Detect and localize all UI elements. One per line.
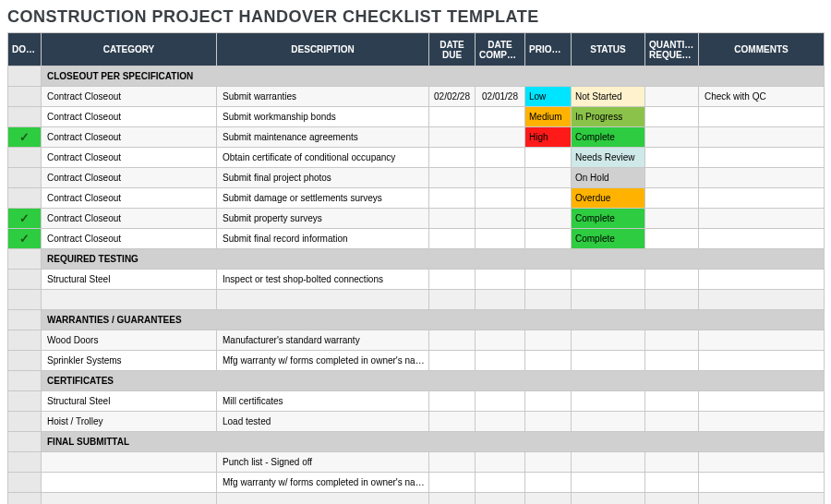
priority-cell[interactable]: High xyxy=(525,127,572,148)
date-completed-cell[interactable] xyxy=(476,188,525,209)
empty-cell[interactable] xyxy=(699,493,825,505)
empty-cell[interactable] xyxy=(42,290,217,310)
done-checkbox[interactable] xyxy=(8,452,42,473)
qty-cell[interactable] xyxy=(645,270,699,290)
date-due-cell[interactable] xyxy=(429,391,476,412)
done-checkbox[interactable]: ✓ xyxy=(8,127,42,148)
comments-cell[interactable] xyxy=(699,452,825,473)
done-checkbox[interactable] xyxy=(8,168,42,188)
category-cell[interactable] xyxy=(42,452,217,473)
empty-cell[interactable] xyxy=(42,493,217,505)
priority-cell[interactable] xyxy=(525,412,572,432)
date-completed-cell[interactable] xyxy=(476,127,525,148)
status-cell[interactable]: Overdue xyxy=(572,188,645,209)
comments-cell[interactable] xyxy=(699,107,825,127)
description-cell[interactable]: Mill certificates xyxy=(217,391,429,412)
status-cell[interactable]: Complete xyxy=(572,229,645,249)
done-cell[interactable] xyxy=(8,432,42,452)
done-cell[interactable] xyxy=(8,66,42,87)
done-checkbox[interactable] xyxy=(8,87,42,107)
qty-cell[interactable] xyxy=(645,148,699,168)
description-cell[interactable]: Submit property surveys xyxy=(217,209,429,229)
date-due-cell[interactable] xyxy=(429,351,476,371)
priority-cell[interactable] xyxy=(525,351,572,371)
priority-cell[interactable] xyxy=(525,473,572,493)
priority-cell[interactable] xyxy=(525,270,572,290)
description-cell[interactable]: Punch list - Signed off xyxy=(217,452,429,473)
date-completed-cell[interactable] xyxy=(476,391,525,412)
category-cell[interactable]: Contract Closeout xyxy=(42,127,217,148)
done-checkbox[interactable] xyxy=(8,473,42,493)
qty-cell[interactable] xyxy=(645,391,699,412)
date-completed-cell[interactable]: 02/01/28 xyxy=(476,87,525,107)
qty-cell[interactable] xyxy=(645,127,699,148)
date-completed-cell[interactable] xyxy=(476,412,525,432)
description-cell[interactable]: Submit maintenance agreements xyxy=(217,127,429,148)
empty-cell[interactable] xyxy=(572,290,645,310)
category-cell[interactable]: Contract Closeout xyxy=(42,229,217,249)
empty-cell[interactable] xyxy=(8,290,42,310)
date-due-cell[interactable] xyxy=(429,473,476,493)
qty-cell[interactable] xyxy=(645,330,699,351)
description-cell[interactable]: Manufacturer's standard warranty xyxy=(217,330,429,351)
date-completed-cell[interactable] xyxy=(476,473,525,493)
description-cell[interactable]: Mfg warranty w/ forms completed in owner… xyxy=(217,351,429,371)
comments-cell[interactable] xyxy=(699,127,825,148)
status-cell[interactable] xyxy=(572,391,645,412)
done-checkbox[interactable]: ✓ xyxy=(8,229,42,249)
qty-cell[interactable] xyxy=(645,168,699,188)
empty-cell[interactable] xyxy=(645,493,699,505)
comments-cell[interactable] xyxy=(699,330,825,351)
comments-cell[interactable] xyxy=(699,270,825,290)
qty-cell[interactable] xyxy=(645,473,699,493)
qty-cell[interactable] xyxy=(645,107,699,127)
category-cell[interactable]: Contract Closeout xyxy=(42,168,217,188)
date-due-cell[interactable] xyxy=(429,188,476,209)
qty-cell[interactable] xyxy=(645,452,699,473)
comments-cell[interactable] xyxy=(699,412,825,432)
category-cell[interactable] xyxy=(42,473,217,493)
done-checkbox[interactable] xyxy=(8,351,42,371)
date-due-cell[interactable]: 02/02/28 xyxy=(429,87,476,107)
date-completed-cell[interactable] xyxy=(476,270,525,290)
description-cell[interactable]: Obtain certificate of conditional occupa… xyxy=(217,148,429,168)
date-due-cell[interactable] xyxy=(429,168,476,188)
done-checkbox[interactable] xyxy=(8,148,42,168)
qty-cell[interactable] xyxy=(645,229,699,249)
status-cell[interactable]: Complete xyxy=(572,127,645,148)
status-cell[interactable] xyxy=(572,473,645,493)
status-cell[interactable]: Needs Review xyxy=(572,148,645,168)
status-cell[interactable]: Not Started xyxy=(572,87,645,107)
description-cell[interactable]: Submit final record information xyxy=(217,229,429,249)
qty-cell[interactable] xyxy=(645,351,699,371)
description-cell[interactable]: Submit damage or settlements surveys xyxy=(217,188,429,209)
date-completed-cell[interactable] xyxy=(476,452,525,473)
empty-cell[interactable] xyxy=(525,493,572,505)
status-cell[interactable] xyxy=(572,412,645,432)
comments-cell[interactable] xyxy=(699,351,825,371)
empty-cell[interactable] xyxy=(572,493,645,505)
category-cell[interactable]: Contract Closeout xyxy=(42,87,217,107)
description-cell[interactable]: Submit warranties xyxy=(217,87,429,107)
category-cell[interactable]: Hoist / Trolley xyxy=(42,412,217,432)
priority-cell[interactable]: Medium xyxy=(525,107,572,127)
date-due-cell[interactable] xyxy=(429,127,476,148)
date-due-cell[interactable] xyxy=(429,148,476,168)
done-cell[interactable] xyxy=(8,310,42,330)
done-checkbox[interactable] xyxy=(8,391,42,412)
priority-cell[interactable] xyxy=(525,229,572,249)
date-completed-cell[interactable] xyxy=(476,107,525,127)
description-cell[interactable]: Submit final project photos xyxy=(217,168,429,188)
done-cell[interactable] xyxy=(8,371,42,391)
status-cell[interactable] xyxy=(572,351,645,371)
done-checkbox[interactable] xyxy=(8,188,42,209)
empty-cell[interactable] xyxy=(699,290,825,310)
qty-cell[interactable] xyxy=(645,188,699,209)
empty-cell[interactable] xyxy=(476,290,525,310)
priority-cell[interactable] xyxy=(525,452,572,473)
date-completed-cell[interactable] xyxy=(476,351,525,371)
status-cell[interactable] xyxy=(572,330,645,351)
category-cell[interactable]: Contract Closeout xyxy=(42,209,217,229)
priority-cell[interactable] xyxy=(525,188,572,209)
priority-cell[interactable] xyxy=(525,168,572,188)
